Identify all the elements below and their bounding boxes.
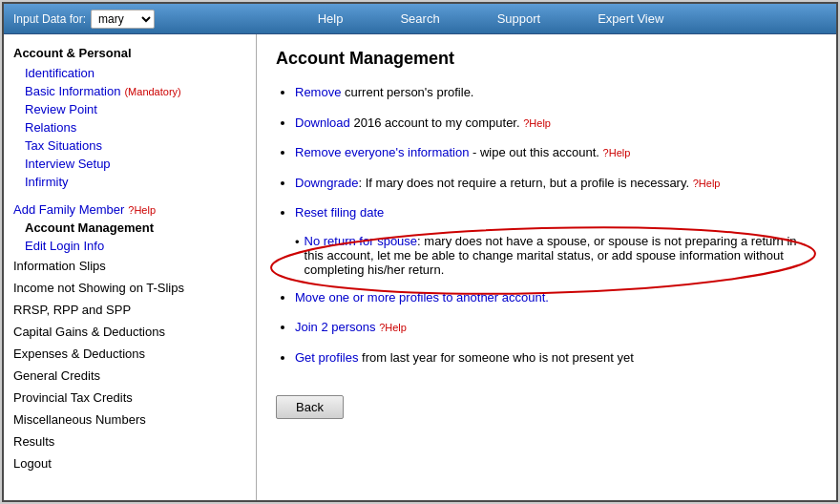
sidebar-rrsp[interactable]: RRSP, RPP and SPP (4, 299, 256, 321)
no-return-link[interactable]: No return for spouse (304, 234, 418, 248)
expert-view-nav-link[interactable]: Expert View (598, 11, 663, 26)
list-item-remove-profile: Remove current person's profile. (295, 83, 817, 102)
list-item-join-2: Join 2 persons ?Help (295, 318, 817, 337)
account-personal-header: Account & Personal (4, 42, 256, 64)
sidebar-item-infirmity[interactable]: Infirmity (4, 173, 256, 191)
sidebar-item-basic-information[interactable]: Basic Information (Mandatory) (4, 82, 256, 100)
sidebar-item-identification[interactable]: Identification (4, 64, 256, 82)
get-profiles-link[interactable]: Get profiles (295, 350, 358, 365)
bullet-dot: • (295, 235, 300, 249)
top-nav: Help Search Support Expert View (155, 11, 827, 26)
back-button[interactable]: Back (276, 395, 344, 419)
add-family-help[interactable]: ?Help (128, 204, 156, 216)
top-bar: Input Data for: mary spouse Help Search … (4, 4, 836, 34)
sidebar-information-slips[interactable]: Information Slips (4, 255, 256, 277)
no-return-text: No return for spouse: mary does not have… (304, 234, 817, 277)
back-button-container: Back (276, 381, 817, 419)
sidebar-item-edit-login-info[interactable]: Edit Login Info (4, 237, 256, 255)
sidebar-item-relations[interactable]: Relations (4, 118, 256, 136)
get-profiles-text: from last year for someone who is not pr… (358, 350, 633, 365)
no-return-container: • No return for spouse: mary does not ha… (295, 234, 817, 277)
mandatory-badge: (Mandatory) (124, 86, 180, 97)
downgrade-text: : If mary does not require a return, but… (359, 176, 693, 190)
sidebar-item-review-point[interactable]: Review Point (4, 100, 256, 118)
join-2-help[interactable]: ?Help (379, 322, 407, 333)
sidebar-logout[interactable]: Logout (4, 452, 256, 474)
action-list: Remove current person's profile. Downloa… (276, 83, 817, 222)
list-item-download: Download 2016 account to my computer. ?H… (295, 114, 817, 133)
remove-everyone-link[interactable]: Remove everyone's information (295, 145, 469, 159)
content-area: Account Management Remove current person… (257, 34, 836, 500)
remove-everyone-text: - wipe out this account. (469, 145, 602, 159)
sidebar-item-account-management[interactable]: Account Management (4, 219, 256, 237)
help-nav-link[interactable]: Help (318, 11, 344, 26)
main-area: Account & Personal Identification Basic … (4, 34, 836, 500)
list-item-reset-filing: Reset filing date (295, 203, 817, 222)
sidebar-general-credits[interactable]: General Credits (4, 365, 256, 387)
join-2-link[interactable]: Join 2 persons (295, 320, 376, 334)
download-link[interactable]: Download (295, 116, 350, 130)
sidebar-income-not-showing[interactable]: Income not Showing on T-Slips (4, 277, 256, 299)
add-family-member-link[interactable]: Add Family Member ?Help (4, 200, 256, 219)
list-item-get-profiles: Get profiles from last year for someone … (295, 348, 817, 368)
user-select[interactable]: mary spouse (91, 10, 155, 29)
download-help[interactable]: ?Help (523, 117, 551, 129)
sidebar-miscellaneous[interactable]: Miscellaneous Numbers (4, 409, 256, 430)
sidebar-item-interview-setup[interactable]: Interview Setup (4, 155, 256, 173)
input-data-label: Input Data for: (13, 12, 86, 26)
list-item-move-profiles: Move one or more profiles to another acc… (295, 288, 817, 307)
sidebar-expenses[interactable]: Expenses & Deductions (4, 343, 256, 365)
no-return-bullet-row: • No return for spouse: mary does not ha… (295, 234, 817, 277)
downgrade-link[interactable]: Downgrade (295, 176, 359, 190)
remove-profile-text: current person's profile. (341, 85, 473, 99)
reset-filing-link[interactable]: Reset filing date (295, 205, 384, 220)
sidebar-capital-gains[interactable]: Capital Gains & Deductions (4, 321, 256, 343)
sidebar-provincial-tax[interactable]: Provincial Tax Credits (4, 387, 256, 409)
search-nav-link[interactable]: Search (400, 11, 439, 26)
remove-everyone-help[interactable]: ?Help (603, 147, 631, 158)
downgrade-help[interactable]: ?Help (693, 178, 721, 189)
sidebar-item-tax-situations[interactable]: Tax Situations (4, 136, 256, 155)
remove-profile-link[interactable]: Remove (295, 85, 341, 99)
list-item-downgrade: Downgrade: If mary does not require a re… (295, 174, 817, 193)
sidebar: Account & Personal Identification Basic … (4, 34, 257, 500)
list-item-remove-everyone: Remove everyone's information - wipe out… (295, 143, 817, 162)
download-text: 2016 account to my computer. (350, 116, 523, 130)
sidebar-results[interactable]: Results (4, 430, 256, 452)
support-nav-link[interactable]: Support (497, 11, 541, 26)
action-list-2: Move one or more profiles to another acc… (276, 288, 817, 368)
page-title: Account Management (276, 49, 817, 69)
move-profiles-link[interactable]: Move one or more profiles to another acc… (295, 290, 549, 304)
